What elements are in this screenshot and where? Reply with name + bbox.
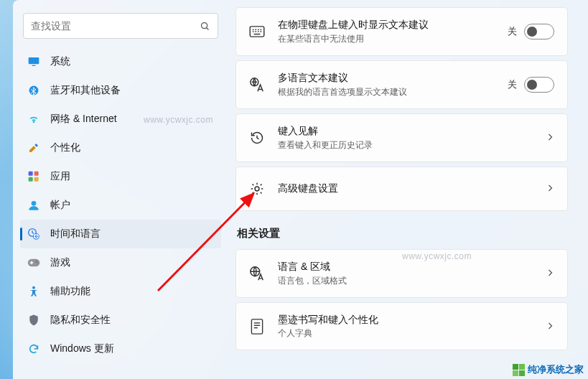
content-pane: 在物理键盘上键入时显示文本建议 在某些语言中无法使用 关 多语言文本建议 根据我… [228, 0, 588, 379]
svg-rect-7 [29, 177, 33, 182]
sidebar-item-label: 辅助功能 [50, 285, 90, 298]
sidebar-item-personalization[interactable]: 个性化 [20, 134, 221, 162]
shield-icon [27, 314, 40, 327]
card-multilingual[interactable]: 多语言文本建议 根据我的语言首选项显示文本建议 关 [235, 60, 568, 109]
sidebar: 系统 蓝牙和其他设备 网络 & Internet 个性化 [13, 0, 228, 379]
card-typing-suggestions[interactable]: 在物理键盘上键入时显示文本建议 在某些语言中无法使用 关 [235, 7, 568, 56]
svg-rect-8 [34, 177, 39, 182]
sidebar-item-label: 游戏 [50, 256, 70, 269]
card-text: 高级键盘设置 [278, 182, 533, 195]
card-title: 在物理键盘上键入时显示文本建议 [278, 18, 495, 32]
update-icon [27, 342, 40, 355]
svg-point-4 [29, 86, 39, 95]
card-advanced-keyboard[interactable]: 高级键盘设置 [235, 167, 568, 211]
toggle-group: 关 [508, 24, 554, 39]
card-title: 多语言文本建议 [278, 71, 495, 85]
card-subtitle: 根据我的语言首选项显示文本建议 [278, 86, 495, 98]
card-title: 语言 & 区域 [278, 260, 533, 273]
card-language-region[interactable]: 语言 & 区域 语言包，区域格式 [235, 249, 568, 298]
svg-line-1 [207, 27, 209, 29]
sidebar-item-accounts[interactable]: 帐户 [20, 191, 221, 220]
sidebar-item-system[interactable]: 系统 [20, 47, 221, 76]
section-related-title: 相关设置 [237, 227, 566, 240]
toggle-switch[interactable] [524, 77, 554, 93]
sidebar-item-privacy[interactable]: 隐私和安全性 [20, 306, 221, 334]
card-inking-typing[interactable]: 墨迹书写和键入个性化 个人字典 [235, 302, 568, 351]
chevron-right-icon [546, 182, 554, 195]
wifi-icon [27, 113, 40, 126]
sidebar-item-gaming[interactable]: 游戏 [20, 248, 221, 277]
card-text: 在物理键盘上键入时显示文本建议 在某些语言中无法使用 [278, 18, 495, 45]
card-text: 语言 & 区域 语言包，区域格式 [278, 260, 533, 287]
search-input[interactable] [31, 20, 200, 32]
access-icon [27, 285, 40, 298]
sidebar-item-label: 应用 [50, 170, 70, 183]
card-title: 墨迹书写和键入个性化 [278, 313, 533, 327]
card-subtitle: 语言包，区域格式 [278, 275, 533, 287]
svg-rect-2 [29, 57, 39, 64]
svg-point-27 [255, 187, 259, 191]
svg-rect-29 [251, 319, 262, 333]
svg-point-15 [32, 286, 35, 289]
sidebar-item-update[interactable]: Windows 更新 [20, 334, 221, 363]
bluetooth-icon [27, 84, 40, 97]
paint-icon [27, 141, 40, 154]
toggle-group: 关 [508, 77, 554, 93]
card-subtitle: 查看键入和更正历史记录 [278, 139, 533, 151]
sidebar-item-network[interactable]: 网络 & Internet [20, 105, 221, 134]
sidebar-item-apps[interactable]: 应用 [20, 162, 221, 191]
toggle-label: 关 [508, 25, 517, 38]
translate-icon [249, 77, 265, 93]
sidebar-item-accessibility[interactable]: 辅助功能 [20, 277, 221, 306]
sidebar-item-time-language[interactable]: 时间和语言 [20, 220, 221, 248]
card-title: 键入见解 [278, 124, 533, 138]
search-box[interactable] [23, 13, 218, 39]
sidebar-item-bluetooth[interactable]: 蓝牙和其他设备 [20, 76, 221, 105]
search-icon [200, 21, 210, 32]
card-text: 多语言文本建议 根据我的语言首选项显示文本建议 [278, 71, 495, 98]
sidebar-item-label: 时间和语言 [50, 228, 101, 240]
time-lang-icon [27, 228, 40, 240]
card-subtitle: 个人字典 [278, 327, 533, 340]
card-typing-insights[interactable]: 键入见解 查看键入和更正历史记录 [235, 113, 568, 162]
settings-window: 系统 蓝牙和其他设备 网络 & Internet 个性化 [13, 0, 588, 379]
svg-point-9 [32, 201, 37, 206]
sidebar-item-label: 蓝牙和其他设备 [50, 84, 121, 97]
chevron-right-icon [546, 267, 554, 280]
sidebar-item-label: 帐户 [50, 199, 70, 212]
keyboard-icon [249, 24, 265, 39]
svg-rect-3 [32, 65, 35, 66]
sidebar-item-label: 系统 [50, 55, 70, 68]
svg-rect-6 [34, 172, 39, 176]
card-text: 键入见解 查看键入和更正历史记录 [278, 124, 533, 151]
svg-point-13 [35, 261, 37, 263]
gear-icon [249, 181, 265, 197]
sidebar-item-label: Windows 更新 [50, 342, 114, 355]
account-icon [27, 199, 40, 212]
apps-icon [27, 170, 40, 183]
svg-rect-16 [250, 27, 264, 37]
card-subtitle: 在某些语言中无法使用 [278, 33, 495, 45]
svg-point-0 [202, 22, 207, 28]
card-text: 墨迹书写和键入个性化 个人字典 [278, 313, 533, 340]
sidebar-item-label: 隐私和安全性 [50, 314, 111, 327]
globe-lang-icon [249, 266, 265, 281]
gamepad-icon [27, 256, 40, 269]
display-icon [27, 55, 40, 68]
sidebar-list: 系统 蓝牙和其他设备 网络 & Internet 个性化 [20, 47, 221, 363]
history-icon [249, 130, 265, 146]
svg-point-14 [37, 262, 39, 264]
sidebar-item-label: 网络 & Internet [50, 113, 117, 126]
card-title: 高级键盘设置 [278, 182, 533, 195]
sidebar-item-label: 个性化 [50, 141, 80, 154]
chevron-right-icon [546, 320, 554, 333]
dictionary-icon [249, 319, 265, 334]
search-button[interactable] [200, 21, 210, 32]
svg-rect-5 [29, 172, 33, 176]
chevron-right-icon [546, 131, 554, 144]
toggle-label: 关 [508, 78, 517, 91]
toggle-switch[interactable] [524, 24, 554, 39]
